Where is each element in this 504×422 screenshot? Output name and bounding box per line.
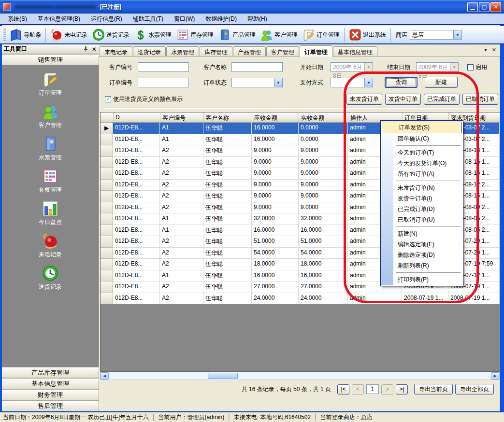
toolbar-call-records[interactable]: 来电记录 <box>48 27 90 42</box>
checkbox-box[interactable] <box>467 64 474 70</box>
row-selector-cell[interactable] <box>101 259 113 270</box>
page-number-input[interactable] <box>366 384 379 394</box>
scroll-right-icon[interactable]: ▶ <box>491 372 499 380</box>
tab-6[interactable]: 订单管理 <box>300 45 332 56</box>
column-header-3[interactable]: 应收金额 <box>252 113 299 123</box>
tab-2[interactable]: 水票管理 <box>166 46 199 56</box>
toolbar-products[interactable]: 产品管理 <box>216 27 258 42</box>
sidebar-section-sales[interactable]: 销售管理 <box>2 54 99 65</box>
horizontal-scrollbar[interactable]: ◀ ▶ <box>100 372 500 380</box>
toolbar-inventory[interactable]: 库存管理 <box>174 27 216 42</box>
context-menu-item-3[interactable]: 今天的发货订单(O) <box>381 158 462 169</box>
customer-code-input[interactable] <box>138 62 189 72</box>
order-code-input[interactable] <box>138 78 189 87</box>
sidebar-item-orders[interactable]: 订单管理 <box>39 71 62 97</box>
context-menu-item-10[interactable]: 编辑选定项(E) <box>381 239 462 250</box>
context-menu-item-8[interactable]: 已取消订单(U) <box>381 214 462 225</box>
pay-method-select[interactable]: ▼ <box>331 78 373 87</box>
order-status-select[interactable]: ▼ <box>231 78 283 87</box>
toolbar-nav-bar[interactable]: 导航条 <box>7 27 43 42</box>
menu-data-maintenance[interactable]: 数据维护(D) <box>201 14 242 25</box>
export-current-page-button[interactable]: 导出当前页 <box>414 384 453 394</box>
context-menu-item-13[interactable]: 打印列表(P) <box>381 274 462 285</box>
prev-page-button[interactable]: < <box>352 384 364 394</box>
close-icon[interactable]: ✕ <box>92 46 97 53</box>
last-page-button[interactable]: >| <box>396 384 408 394</box>
menu-runtime-info[interactable]: 运行信息(R) <box>86 14 127 25</box>
sidebar-item-customers[interactable]: 客户管理 <box>39 103 62 129</box>
row-selector-cell[interactable] <box>101 236 113 248</box>
export-all-pages-button[interactable]: 导出全部页 <box>455 384 494 394</box>
first-page-button[interactable]: |< <box>337 384 349 394</box>
row-selector-cell[interactable] <box>101 248 113 259</box>
menu-window[interactable]: 窗口(W) <box>169 14 200 25</box>
toolbar-customers[interactable]: 客户管理 <box>258 27 300 42</box>
context-menu-item-12[interactable]: 刷新列表(R) <box>381 260 462 271</box>
column-header-0[interactable]: D <box>114 113 160 123</box>
row-selector-cell[interactable] <box>101 145 113 157</box>
shipping-orders-button[interactable]: 发货中订单 <box>385 94 421 105</box>
row-selector-cell[interactable] <box>101 157 113 169</box>
checkbox-check-icon[interactable]: ✓ <box>105 96 111 102</box>
chevron-down-icon[interactable]: ▼ <box>453 30 461 39</box>
completed-orders-button[interactable]: 已完成订单 <box>424 94 460 105</box>
sidebar-item-packages[interactable]: 套餐管理 <box>39 168 62 194</box>
menu-basic-info[interactable]: 基本信息管理(B) <box>33 14 85 25</box>
sidebar-section-product-inventory[interactable]: 产品库存管理 <box>2 367 99 378</box>
column-header-2[interactable]: 客户名称 <box>204 113 252 123</box>
sidebar-section-basic-info[interactable]: 基本信息管理 <box>2 378 99 389</box>
maximize-button[interactable]: ▢ <box>479 2 490 12</box>
tab-overflow-chevron-icon[interactable]: ▾ <box>484 47 487 53</box>
row-selector-cell[interactable]: ▶ <box>101 123 113 134</box>
end-date-picker[interactable]: 2009年 6月 8日 ▼ <box>416 62 459 72</box>
row-selector-cell[interactable] <box>101 281 113 293</box>
row-selector-cell[interactable] <box>101 168 113 180</box>
context-menu-item-11[interactable]: 删除选定项(D) <box>381 250 462 260</box>
search-button[interactable]: 查询 <box>385 77 418 88</box>
sidebar-item-today-check[interactable]: 今日盘点 <box>39 200 62 226</box>
new-button[interactable]: 新建 <box>425 77 458 88</box>
context-menu-item-1[interactable]: 回单确认(C) <box>381 133 462 144</box>
scrollbar-thumb[interactable] <box>208 373 238 379</box>
chevron-down-icon[interactable]: ▼ <box>364 78 373 87</box>
context-menu-item-9[interactable]: 新建(N) <box>381 228 462 239</box>
menu-help[interactable]: 帮助(H) <box>243 14 272 25</box>
minimize-button[interactable]: ▁ <box>467 2 478 12</box>
sidebar-item-call-records[interactable]: 来电记录 <box>39 233 62 259</box>
table-row[interactable]: 012D-E8...A2伍华聪24.000024.0000admin2008-0… <box>101 293 500 305</box>
row-selector-cell[interactable] <box>101 134 113 146</box>
row-selector-cell[interactable] <box>101 180 113 191</box>
tab-4[interactable]: 产品管理 <box>233 46 266 56</box>
context-menu-item-0[interactable]: 订单发货(S) <box>382 122 462 133</box>
scroll-left-icon[interactable]: ◀ <box>101 372 109 380</box>
sidebar-section-finance[interactable]: 财务管理 <box>2 389 99 400</box>
column-header-4[interactable]: 实收金额 <box>299 113 348 123</box>
shop-select[interactable]: 总店 ▼ <box>410 30 462 40</box>
row-selector-cell[interactable] <box>101 213 113 225</box>
sidebar-item-water-ticket[interactable]: 水票管理 <box>39 136 62 162</box>
sidebar-item-delivery-records[interactable]: 送货记录 <box>39 265 62 291</box>
toolbar-orders[interactable]: 订单管理 <box>300 27 342 42</box>
toolbar-water-ticket[interactable]: 水票管理 <box>132 27 174 42</box>
context-menu-item-6[interactable]: 发货中订单(I) <box>381 193 462 204</box>
tab-1[interactable]: 送货记录 <box>133 46 166 56</box>
tab-5[interactable]: 客户管理 <box>266 46 299 56</box>
customer-name-input[interactable] <box>231 62 283 72</box>
tab-7[interactable]: 基本信息管理 <box>333 46 377 56</box>
context-menu-item-7[interactable]: 已完成订单(D) <box>381 204 462 214</box>
start-date-picker[interactable]: 2009年 6月 8日 ▼ <box>331 62 373 72</box>
enable-checkbox[interactable]: 启用 <box>467 63 487 71</box>
menu-system[interactable]: 系统(S) <box>3 14 32 25</box>
not-shipped-orders-button[interactable]: 未发货订单 <box>346 94 382 105</box>
next-page-button[interactable]: > <box>381 384 393 394</box>
row-selector-cell[interactable] <box>101 270 113 282</box>
close-button[interactable]: ✕ <box>490 2 501 12</box>
context-menu-item-4[interactable]: 所有的订单(A) <box>381 169 462 179</box>
cancelled-orders-button[interactable]: 已取消订单 <box>462 94 498 105</box>
column-header-1[interactable]: 客户编号 <box>160 113 204 123</box>
row-selector-cell[interactable] <box>101 225 113 237</box>
pin-icon[interactable] <box>83 46 89 52</box>
color-display-checkbox[interactable]: ✓ 使用送货员定义的颜色展示 <box>105 95 183 103</box>
tab-3[interactable]: 库存管理 <box>200 46 232 56</box>
row-selector-cell[interactable] <box>101 293 113 305</box>
